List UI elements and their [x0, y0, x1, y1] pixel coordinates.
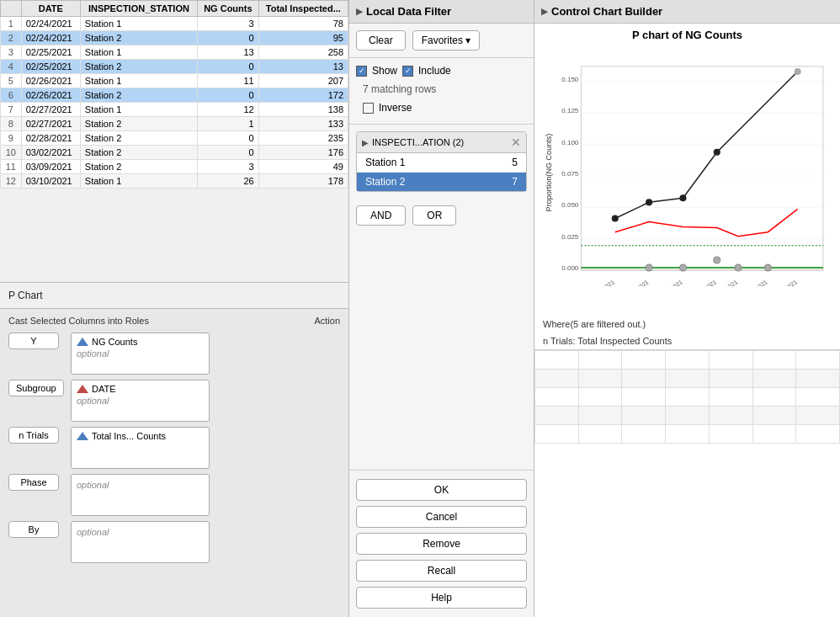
grid-cell	[578, 388, 622, 407]
station1-item[interactable]: Station 1 5	[357, 153, 526, 173]
table-row[interactable]: 12 03/10/2021 Station 1 26 178	[1, 174, 348, 189]
date-icon	[77, 385, 88, 393]
grid-cell	[709, 351, 752, 370]
row-ng: 0	[198, 60, 259, 74]
row-ng: 0	[198, 146, 259, 160]
row-ng: 3	[198, 160, 259, 174]
table-row[interactable]: 2 02/24/2021 Station 2 0 95	[1, 31, 348, 45]
chart-note2: n Trials: Total Inspected Counts	[534, 332, 840, 349]
row-idx: 5	[1, 74, 22, 88]
condition-close-button[interactable]: ✕	[511, 136, 521, 149]
role-phase-button[interactable]: Phase	[8, 474, 59, 491]
grid-cell	[578, 425, 622, 444]
grid-cell	[535, 351, 579, 370]
show-checkbox[interactable]: ✓	[356, 66, 367, 77]
cancel-button[interactable]: Cancel	[356, 506, 527, 528]
p-chart-label: P Chart	[0, 282, 348, 308]
grid-cell	[535, 407, 579, 425]
ok-button[interactable]: OK	[356, 479, 527, 501]
table-row[interactable]: 5 02/26/2021 Station 1 11 207	[1, 74, 348, 88]
chart-note1: Where(5 are filtered out.)	[534, 316, 840, 332]
role-y-optional: optional	[77, 348, 204, 359]
row-date: 02/27/2021	[21, 117, 80, 131]
grid-cell	[578, 370, 622, 388]
row-date: 02/25/2021	[21, 60, 80, 74]
clear-button[interactable]: Clear	[356, 30, 406, 51]
svg-text:0.100: 0.100	[561, 139, 579, 146]
grid-cell	[622, 388, 666, 407]
table-row[interactable]: 9 02/28/2021 Station 2 0 235	[1, 131, 348, 146]
table-row[interactable]: 6 02/26/2021 Station 2 0 172	[1, 88, 348, 103]
help-button[interactable]: Help	[356, 587, 527, 609]
col-header-total: Total Inspected...	[258, 1, 348, 17]
table-row[interactable]: 3 02/25/2021 Station 1 13 258	[1, 45, 348, 60]
svg-text:02/26/2021: 02/26/2021	[656, 279, 683, 286]
data-point	[612, 215, 619, 221]
role-by-button[interactable]: By	[8, 521, 59, 538]
data-point	[795, 68, 801, 75]
chart-title: Control Chart Builder	[551, 5, 662, 18]
svg-text:0.125: 0.125	[561, 107, 579, 114]
filtered-point	[646, 264, 652, 271]
inverse-checkbox[interactable]	[363, 103, 374, 114]
station2-count: 7	[512, 176, 518, 188]
role-by-box: optional	[71, 521, 210, 563]
table-row[interactable]: 7 02/27/2021 Station 1 12 138	[1, 103, 348, 117]
svg-text:03/09/2021: 03/09/2021	[770, 279, 798, 286]
row-total: 13	[258, 60, 348, 74]
col-header-station: INSPECTION_STATION	[80, 1, 197, 17]
role-subgroup-button[interactable]: Subgroup	[8, 380, 64, 396]
grid-row	[535, 370, 840, 388]
chart-header: ▶ Control Chart Builder	[534, 0, 840, 24]
station1-count: 5	[512, 157, 518, 168]
table-row[interactable]: 10 03/02/2021 Station 2 0 176	[1, 146, 348, 160]
row-idx: 4	[1, 60, 22, 74]
station2-item[interactable]: Station 2 7	[357, 173, 526, 191]
table-row[interactable]: 8 02/27/2021 Station 2 1 133	[1, 117, 348, 131]
row-station: Station 2	[80, 60, 197, 74]
role-y-button[interactable]: Y	[8, 332, 59, 349]
grid-cell	[666, 425, 710, 444]
grid-cell	[796, 407, 840, 425]
remove-button[interactable]: Remove	[356, 533, 527, 555]
grid-cell	[666, 388, 710, 407]
grid-cell	[752, 370, 796, 388]
row-date: 03/09/2021	[21, 160, 80, 174]
row-date: 02/24/2021	[21, 31, 80, 45]
recall-button[interactable]: Recall	[356, 560, 527, 582]
data-point	[714, 149, 720, 156]
row-ng: 0	[198, 31, 259, 45]
role-y-column: NG Counts	[92, 337, 137, 347]
row-station: Station 1	[80, 45, 197, 60]
row-idx: 2	[1, 31, 22, 45]
station1-label: Station 1	[365, 157, 405, 168]
chart-subtitle: P chart of NG Counts	[534, 24, 840, 46]
row-total: 178	[258, 174, 348, 189]
row-idx: 3	[1, 45, 22, 60]
grid-cell	[796, 351, 840, 370]
grid-cell	[666, 407, 710, 425]
row-idx: 10	[1, 146, 22, 160]
and-button[interactable]: AND	[356, 205, 406, 226]
row-ng: 13	[198, 45, 259, 60]
grid-cell	[709, 407, 752, 425]
role-subgroup-column: DATE	[92, 384, 116, 394]
favorites-button[interactable]: Favorites ▾	[412, 30, 481, 51]
grid-cell	[752, 425, 796, 444]
row-date: 03/02/2021	[21, 146, 80, 160]
svg-text:02/24/2021: 02/24/2021	[587, 279, 615, 286]
table-row[interactable]: 11 03/09/2021 Station 2 3 49	[1, 160, 348, 174]
role-ntrials-button[interactable]: n Trials	[8, 427, 59, 444]
table-row[interactable]: 1 02/24/2021 Station 1 3 78	[1, 17, 348, 31]
row-total: 207	[258, 74, 348, 88]
row-total: 258	[258, 45, 348, 60]
table-row[interactable]: 4 02/25/2021 Station 2 0 13	[1, 60, 348, 74]
row-ng: 0	[198, 88, 259, 103]
row-idx: 11	[1, 160, 22, 174]
svg-text:0.150: 0.150	[561, 76, 579, 83]
include-checkbox[interactable]: ✓	[402, 66, 413, 77]
grid-cell	[666, 370, 710, 388]
grid-cell	[535, 370, 579, 388]
or-button[interactable]: OR	[412, 205, 456, 226]
row-idx: 6	[1, 88, 22, 103]
